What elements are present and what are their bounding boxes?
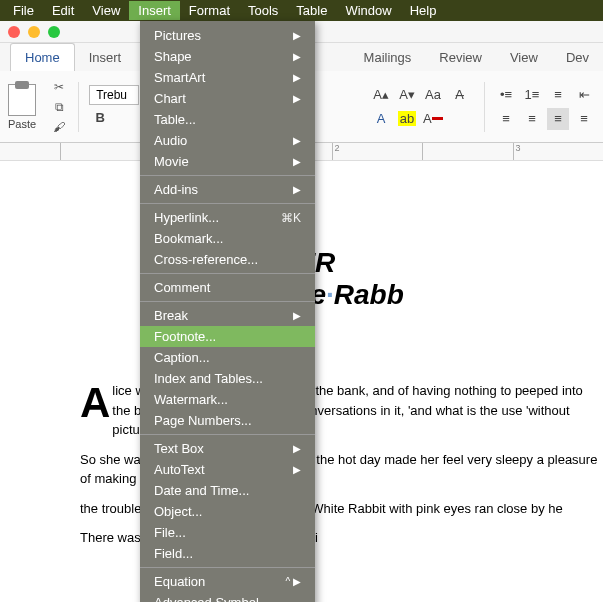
- font-color-icon[interactable]: A: [422, 108, 444, 130]
- menu-window[interactable]: Window: [336, 1, 400, 20]
- format-painter-icon[interactable]: 🖌: [50, 118, 68, 136]
- menu-item-object[interactable]: Object...: [140, 501, 315, 522]
- menu-item-advanced-symbol[interactable]: Advanced Symbol...: [140, 592, 315, 602]
- menu-table[interactable]: Table: [287, 1, 336, 20]
- bold-button[interactable]: B: [89, 107, 111, 129]
- menu-item-add-ins[interactable]: Add-ins ▶: [140, 179, 315, 200]
- paste-icon[interactable]: [8, 84, 36, 116]
- menu-item-date-and-time[interactable]: Date and Time...: [140, 480, 315, 501]
- bullets-icon[interactable]: •≡: [495, 84, 517, 106]
- clear-formatting-icon[interactable]: A̶: [448, 84, 470, 106]
- menu-edit[interactable]: Edit: [43, 1, 83, 20]
- decrease-font-icon[interactable]: A▾: [396, 84, 418, 106]
- tab-home[interactable]: Home: [10, 43, 75, 71]
- menu-item-smartart[interactable]: SmartArt ▶: [140, 67, 315, 88]
- menu-file[interactable]: File: [4, 1, 43, 20]
- system-menubar: File Edit View Insert Format Tools Table…: [0, 0, 603, 21]
- change-case-icon[interactable]: Aa: [422, 84, 444, 106]
- align-right-icon[interactable]: ≡: [547, 108, 569, 130]
- text-effects-icon[interactable]: A: [370, 108, 392, 130]
- close-window-button[interactable]: [8, 26, 20, 38]
- menu-item-audio[interactable]: Audio ▶: [140, 130, 315, 151]
- tab-developer[interactable]: Dev: [552, 44, 603, 71]
- menu-format[interactable]: Format: [180, 1, 239, 20]
- tab-insert[interactable]: Insert: [75, 44, 136, 71]
- font-family-select[interactable]: Trebu: [89, 85, 139, 105]
- menu-item-table[interactable]: Table...: [140, 109, 315, 130]
- minimize-window-button[interactable]: [28, 26, 40, 38]
- menu-insert[interactable]: Insert: [129, 1, 180, 20]
- menu-item-bookmark[interactable]: Bookmark...: [140, 228, 315, 249]
- menu-item-comment[interactable]: Comment: [140, 277, 315, 298]
- paste-label: Paste: [8, 118, 36, 130]
- align-left-icon[interactable]: ≡: [495, 108, 517, 130]
- numbering-icon[interactable]: 1≡: [521, 84, 543, 106]
- menu-item-break[interactable]: Break ▶: [140, 305, 315, 326]
- menu-item-index-and-tables[interactable]: Index and Tables...: [140, 368, 315, 389]
- menu-tools[interactable]: Tools: [239, 1, 287, 20]
- menu-view[interactable]: View: [83, 1, 129, 20]
- zoom-window-button[interactable]: [48, 26, 60, 38]
- align-center-icon[interactable]: ≡: [521, 108, 543, 130]
- menu-help[interactable]: Help: [401, 1, 446, 20]
- decrease-indent-icon[interactable]: ⇤: [573, 84, 595, 106]
- cut-icon[interactable]: ✂: [50, 78, 68, 96]
- menu-item-page-numbers[interactable]: Page Numbers...: [140, 410, 315, 431]
- menu-item-watermark[interactable]: Watermark...: [140, 389, 315, 410]
- menu-item-autotext[interactable]: AutoText ▶: [140, 459, 315, 480]
- drop-cap: A: [80, 381, 112, 421]
- menu-item-caption[interactable]: Caption...: [140, 347, 315, 368]
- menu-item-footnote[interactable]: Footnote...: [140, 326, 315, 347]
- highlight-icon[interactable]: ab: [396, 108, 418, 130]
- tab-view[interactable]: View: [496, 44, 552, 71]
- menu-item-cross-reference[interactable]: Cross-reference...: [140, 249, 315, 270]
- tab-mailings[interactable]: Mailings: [350, 44, 426, 71]
- menu-item-field[interactable]: Field...: [140, 543, 315, 564]
- tab-review[interactable]: Review: [425, 44, 496, 71]
- menu-item-file[interactable]: File...: [140, 522, 315, 543]
- copy-icon[interactable]: ⧉: [50, 98, 68, 116]
- menu-item-hyperlink[interactable]: Hyperlink...⌘K: [140, 207, 315, 228]
- menu-item-chart[interactable]: Chart ▶: [140, 88, 315, 109]
- menu-item-equation[interactable]: Equation^ ▶: [140, 571, 315, 592]
- menu-item-shape[interactable]: Shape ▶: [140, 46, 315, 67]
- menu-item-movie[interactable]: Movie ▶: [140, 151, 315, 172]
- menu-item-text-box[interactable]: Text Box ▶: [140, 438, 315, 459]
- menu-item-pictures[interactable]: Pictures ▶: [140, 25, 315, 46]
- justify-icon[interactable]: ≡: [573, 108, 595, 130]
- multilevel-list-icon[interactable]: ≡: [547, 84, 569, 106]
- insert-menu-dropdown: Pictures ▶Shape ▶SmartArt ▶Chart ▶Table.…: [140, 21, 315, 602]
- increase-font-icon[interactable]: A▴: [370, 84, 392, 106]
